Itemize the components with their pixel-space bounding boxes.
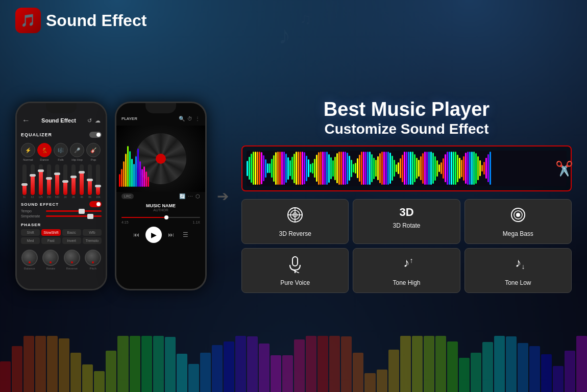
main-content: ← Sound Effect ↺ ☁ EQUALIZER xyxy=(0,0,587,392)
effect-tone-low[interactable]: ♪ ↓ Tone Low xyxy=(464,248,572,293)
time-current: 4:15 xyxy=(121,220,129,224)
phaser-title: PHASER xyxy=(21,223,102,227)
waveform-bar-51 xyxy=(351,160,352,177)
tempo-slider[interactable] xyxy=(46,210,102,212)
simpelerate-thumb[interactable] xyxy=(87,214,93,219)
eq-track-250[interactable] xyxy=(47,164,51,195)
next-btn[interactable]: ⏭ xyxy=(166,230,176,240)
player-title: PLAYER xyxy=(121,116,137,121)
effect-mega-bass[interactable]: Mega Bass xyxy=(464,199,572,244)
effect-3d-reverse[interactable]: 3D Reverse xyxy=(241,199,349,244)
eq-handle-1K[interactable] xyxy=(62,180,68,183)
eq-track-500[interactable] xyxy=(55,164,59,195)
preset-folk[interactable]: 🎼 Folk xyxy=(54,143,68,161)
phaser-med[interactable]: Med xyxy=(21,237,40,244)
more-icon[interactable]: ⋮ xyxy=(195,116,200,121)
eq-track-62[interactable] xyxy=(31,164,35,195)
eq-handle-62[interactable] xyxy=(30,174,36,177)
waveform-bar-18 xyxy=(283,152,285,185)
eq-toggle[interactable] xyxy=(89,132,102,138)
save-icon[interactable]: ☁ xyxy=(95,117,101,124)
waveform-bar-19 xyxy=(285,154,287,183)
playlist-btn[interactable]: ☰ xyxy=(180,230,190,240)
waveform-bar-109 xyxy=(469,152,471,185)
eq-track-1K[interactable] xyxy=(63,164,67,195)
eq-handle-125[interactable] xyxy=(38,169,44,172)
eq-handle-2K[interactable] xyxy=(70,176,77,178)
phaser-tremolo[interactable]: Tremolo xyxy=(83,237,102,244)
eq-col-125: 125 xyxy=(37,164,44,199)
waveform-bar-1 xyxy=(249,157,250,180)
eq-track-16K[interactable] xyxy=(96,164,100,195)
eq-handle-16K[interactable] xyxy=(95,185,101,187)
eq-label-row: EQUALIZER xyxy=(21,132,102,138)
phaser-wfb[interactable]: Wfb xyxy=(83,229,102,236)
hero-title: Best Music Player xyxy=(241,99,572,120)
eq-freq-label-8K: 8K xyxy=(88,195,91,199)
preset-pop-label: Pop xyxy=(91,158,96,161)
lrc-btn[interactable]: LRC xyxy=(121,193,134,199)
waveform-bar-5 xyxy=(257,152,258,185)
pitch-knob[interactable] xyxy=(85,250,101,266)
eq-handle-8K[interactable] xyxy=(87,179,93,181)
eq-col-8K: 8K xyxy=(87,164,93,199)
timer-icon[interactable]: ⏱ xyxy=(187,116,192,121)
phaser-shift[interactable]: Shift xyxy=(21,229,40,236)
eq-handle-500[interactable] xyxy=(54,173,60,175)
phaser-basic[interactable]: Basic xyxy=(62,229,81,236)
side-bar-1 xyxy=(121,169,123,187)
tempo-thumb[interactable] xyxy=(79,209,85,214)
eq-handle-4K[interactable] xyxy=(79,171,85,174)
rotate-knob[interactable] xyxy=(42,250,59,266)
effect-tone-high[interactable]: ♪ ↑ Tone High xyxy=(353,248,460,293)
side-bar-0 xyxy=(119,174,120,187)
waveform-bar-116 xyxy=(483,162,485,174)
search-icon[interactable]: 🔍 xyxy=(179,116,185,121)
balance-knob[interactable] xyxy=(21,250,38,266)
previous-btn[interactable]: ⏮ xyxy=(131,230,141,240)
waveform-bar-68 xyxy=(385,152,387,185)
play-btn[interactable]: ▶ xyxy=(145,227,162,243)
eq-col-31: 31 xyxy=(21,164,28,199)
phaser-invert[interactable]: Invert xyxy=(62,237,81,244)
reverse-knob[interactable] xyxy=(64,250,80,266)
refresh-icon[interactable]: ↺ xyxy=(87,117,92,124)
se-toggle[interactable] xyxy=(89,201,102,207)
eq-fill-8K xyxy=(88,180,92,195)
eq-handle-31[interactable] xyxy=(21,183,28,186)
eq-track-31[interactable] xyxy=(22,164,27,195)
waveform-bar-84 xyxy=(418,160,420,177)
share-icon[interactable]: ⬡ xyxy=(195,193,200,199)
waveform-bar-101 xyxy=(453,152,454,185)
effect-3d-rotate[interactable]: 3D 3D Rotate xyxy=(353,199,460,244)
speed-badge[interactable]: 1.1X xyxy=(193,220,200,224)
progress-bar[interactable] xyxy=(121,217,200,218)
phaser-fast[interactable]: Fast xyxy=(41,237,60,244)
eq-handle-250[interactable] xyxy=(46,177,52,180)
eq-track-2K[interactable] xyxy=(71,164,76,195)
eq-track-125[interactable] xyxy=(39,164,43,195)
preset-dance[interactable]: 💃 Dance xyxy=(37,143,52,161)
back-arrow-icon[interactable]: ← xyxy=(22,116,30,125)
eq-track-4K[interactable] xyxy=(80,164,84,195)
more-options-icon[interactable]: ⋯ xyxy=(188,193,193,199)
eq-fill-62 xyxy=(31,175,35,195)
player-info: MUSIC NAME AUTHOR xyxy=(116,201,205,214)
svg-text:↓: ↓ xyxy=(521,262,525,271)
waveform-bar-21 xyxy=(289,160,291,176)
eq-track-8K[interactable] xyxy=(88,164,92,195)
preset-pop[interactable]: 🎸 Pop xyxy=(86,143,101,161)
waveform-bar-47 xyxy=(343,152,344,185)
rotate-icon[interactable]: 🔄 xyxy=(179,193,185,199)
simpelerate-slider[interactable] xyxy=(46,215,102,217)
waveform-bar-61 xyxy=(371,154,373,182)
phone-notch xyxy=(46,103,77,113)
preset-normal[interactable]: ⚡ Normal xyxy=(21,143,35,161)
phaser-slowshift[interactable]: SlowShift xyxy=(41,229,60,236)
waveform-bar-72 xyxy=(394,160,395,177)
preset-hiphop[interactable]: 🎤 Hip Hop xyxy=(70,143,84,161)
effect-pure-voice[interactable]: Pure Voice xyxy=(241,248,349,293)
waveform-bar-80 xyxy=(410,152,411,185)
waveform-bar-115 xyxy=(481,165,483,172)
progress-fill xyxy=(121,217,168,218)
